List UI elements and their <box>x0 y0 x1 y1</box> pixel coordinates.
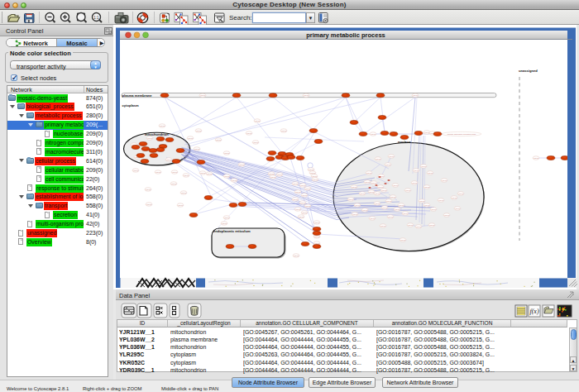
svg-text:Yxx-xx: Yxx-xx <box>378 186 384 188</box>
svg-text:Yxx-xx: Yxx-xx <box>452 197 457 198</box>
svg-text:Yxx-xx: Yxx-xx <box>386 200 392 202</box>
svg-text:Yxx-xx: Yxx-xx <box>253 141 259 143</box>
svg-text:Yxx-xx: Yxx-xx <box>293 183 299 184</box>
svg-text:Yxx-xx: Yxx-xx <box>302 212 308 213</box>
svg-text:cytoplasm: cytoplasm <box>122 103 140 108</box>
svg-text:Yxx-xx: Yxx-xx <box>375 203 380 204</box>
svg-text:Yxx-xx: Yxx-xx <box>371 133 376 135</box>
svg-text:Yxx-xx: Yxx-xx <box>380 225 386 227</box>
svg-text:Yxx-xx: Yxx-xx <box>310 172 316 174</box>
svg-text:plasma membrane: plasma membrane <box>122 93 153 98</box>
svg-text:Yxx-xx: Yxx-xx <box>376 158 381 160</box>
svg-text:Yxx-xx: Yxx-xx <box>188 137 194 139</box>
svg-text:Yxx-xx: Yxx-xx <box>408 224 414 226</box>
svg-text:endoplasmic reticulum: endoplasmic reticulum <box>213 229 251 233</box>
svg-text:Yxx-xx: Yxx-xx <box>365 181 371 183</box>
svg-text:Yxx-xx: Yxx-xx <box>313 179 318 180</box>
svg-text:Yxx-xx: Yxx-xx <box>382 207 388 208</box>
svg-text:Yxx-xx: Yxx-xx <box>309 169 314 170</box>
svg-text:Yxx-xx: Yxx-xx <box>413 94 419 96</box>
svg-text:Yxx-xx: Yxx-xx <box>393 184 399 186</box>
svg-text:Yxx-xx: Yxx-xx <box>399 204 404 206</box>
svg-text:Yxx-xx: Yxx-xx <box>184 174 189 176</box>
svg-text:Yxx-xx: Yxx-xx <box>370 218 376 219</box>
svg-text:Yxx-xx: Yxx-xx <box>295 208 301 210</box>
svg-text:1:1: 1:1 <box>93 16 99 20</box>
svg-text:unassigned: unassigned <box>519 69 538 73</box>
svg-text:Yxx-xx: Yxx-xx <box>366 172 372 174</box>
svg-text:Yxx-xx: Yxx-xx <box>312 175 318 177</box>
svg-text:Yxx-xx: Yxx-xx <box>400 239 406 241</box>
svg-text:Yxx-xx: Yxx-xx <box>390 196 396 198</box>
svg-text:Yxx-xx: Yxx-xx <box>442 179 447 181</box>
svg-text:Yxx-xx: Yxx-xx <box>314 236 320 237</box>
svg-text:Yxx-xx: Yxx-xx <box>305 205 311 207</box>
svg-text:Yxx-xx: Yxx-xx <box>277 174 283 175</box>
svg-text:Yxx-xx: Yxx-xx <box>270 176 276 178</box>
svg-text:Yxx-xx: Yxx-xx <box>424 186 430 188</box>
svg-text:Yxx-xx: Yxx-xx <box>239 164 245 165</box>
svg-text:Yxx-xx: Yxx-xx <box>255 120 261 122</box>
svg-text:Yxx-xx: Yxx-xx <box>172 171 178 173</box>
svg-text:Yxx-xx: Yxx-xx <box>281 130 287 131</box>
svg-text:Yxx-xx: Yxx-xx <box>294 255 299 256</box>
svg-text:Yxx-xx: Yxx-xx <box>419 200 425 202</box>
svg-text:Yxx-xx: Yxx-xx <box>232 179 237 181</box>
svg-text:Yxx-xx: Yxx-xx <box>534 157 539 159</box>
svg-text:Yxx-xx: Yxx-xx <box>178 204 184 206</box>
svg-text:Yxx-xx: Yxx-xx <box>156 171 161 173</box>
svg-text:Yxx-xx: Yxx-xx <box>389 155 395 157</box>
svg-text:Yxx-xx: Yxx-xx <box>300 202 306 203</box>
svg-text:Yxx-xx: Yxx-xx <box>412 182 418 184</box>
svg-text:Yxx-xx: Yxx-xx <box>428 172 433 174</box>
svg-text:Yxx-xx: Yxx-xx <box>171 183 177 184</box>
svg-text:Yxx-xx: Yxx-xx <box>246 132 252 134</box>
svg-text:Yxx-xx: Yxx-xx <box>355 204 361 206</box>
svg-text:Yxx-xx: Yxx-xx <box>295 191 301 193</box>
svg-text:Yxx-xx: Yxx-xx <box>224 152 230 154</box>
svg-text:Yxx-xx: Yxx-xx <box>381 189 387 191</box>
svg-text:Yxx-xx: Yxx-xx <box>385 164 391 165</box>
svg-text:Yxx-xx: Yxx-xx <box>362 209 368 211</box>
svg-text:Yxx-xx: Yxx-xx <box>405 189 411 191</box>
svg-text:Yxx-xx: Yxx-xx <box>371 182 377 184</box>
svg-text:Yxx-xx: Yxx-xx <box>300 184 306 186</box>
svg-text:Yxx-xx: Yxx-xx <box>352 186 357 188</box>
svg-text:Yxx-xx: Yxx-xx <box>455 208 461 209</box>
svg-text:Yxx-xx: Yxx-xx <box>299 216 304 218</box>
svg-text:Yxx-xx: Yxx-xx <box>222 222 227 224</box>
svg-text:Yxx-xx: Yxx-xx <box>146 203 152 205</box>
svg-text:Yxx-xx: Yxx-xx <box>388 216 394 218</box>
svg-text:Yxx-xx: Yxx-xx <box>429 224 435 226</box>
svg-text:Yxx-xx: Yxx-xx <box>147 137 153 139</box>
svg-text:Yxx-xx: Yxx-xx <box>314 222 320 223</box>
svg-text:Yxx-xx: Yxx-xx <box>403 213 409 214</box>
svg-text:Yxx-xx: Yxx-xx <box>200 94 206 96</box>
svg-text:Yxx-xx: Yxx-xx <box>146 189 151 190</box>
svg-text:Yxx-xx: Yxx-xx <box>304 94 309 96</box>
svg-text:Yxx-xx: Yxx-xx <box>181 192 187 194</box>
svg-text:Yxx-xx: Yxx-xx <box>444 214 450 216</box>
svg-text:Yxx-xx: Yxx-xx <box>352 213 358 215</box>
svg-text:Yxx-xx: Yxx-xx <box>395 208 400 210</box>
svg-text:Yxx-xx: Yxx-xx <box>207 173 213 174</box>
svg-text:xxxxxx xxxxxxxxx xxxxxxxx xxxx: xxxxxx xxxxxxxxx xxxxxxxx xxxx <box>447 133 476 136</box>
svg-text:Yxx-xx: Yxx-xx <box>224 175 230 177</box>
svg-text:Yxx-xx: Yxx-xx <box>194 148 200 150</box>
svg-text:Yxx-xx: Yxx-xx <box>133 170 139 171</box>
svg-text:Yxx-xx: Yxx-xx <box>438 199 444 201</box>
svg-text:Yxx-xx: Yxx-xx <box>200 172 206 174</box>
svg-text:Yxx-xx: Yxx-xx <box>302 194 308 196</box>
svg-text:primary metabolic process: primary metabolic process <box>306 31 385 39</box>
svg-text:Yxx-xx: Yxx-xx <box>416 226 422 227</box>
svg-text:Yxx-xx: Yxx-xx <box>348 198 354 200</box>
svg-text:Yxx-xx: Yxx-xx <box>160 125 165 127</box>
svg-text:Yxx-xx: Yxx-xx <box>269 173 275 174</box>
svg-text:Yxx-xx: Yxx-xx <box>224 217 230 218</box>
svg-text:Yxx-xx: Yxx-xx <box>360 193 366 194</box>
svg-text:Yxx-xx: Yxx-xx <box>305 188 311 189</box>
svg-text:Yxx-xx: Yxx-xx <box>375 193 380 194</box>
svg-text:Yxx-xx: Yxx-xx <box>424 204 430 206</box>
svg-text:f(x): f(x) <box>529 308 538 315</box>
svg-text:Yxx-xx: Yxx-xx <box>314 242 320 244</box>
